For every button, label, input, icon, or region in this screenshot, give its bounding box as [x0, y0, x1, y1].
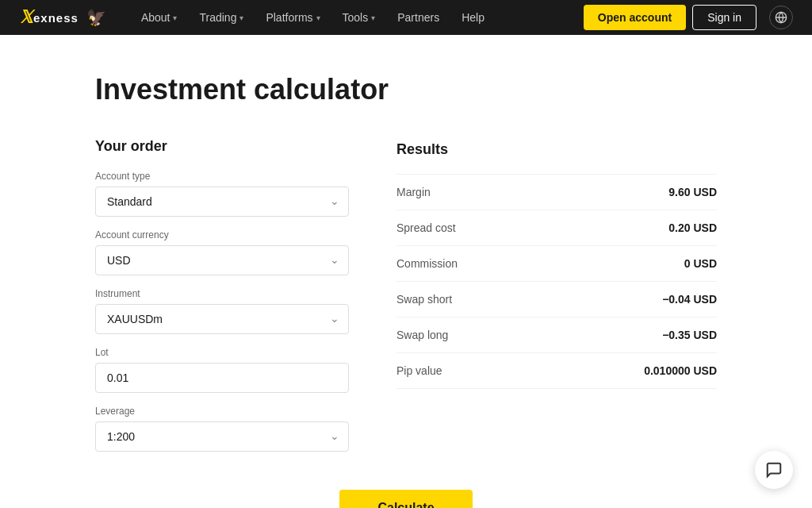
instrument-label: Instrument	[95, 288, 349, 299]
globe-icon[interactable]	[769, 6, 793, 29]
result-value: 0.20 USD	[668, 221, 717, 234]
leverage-wrapper: 1:200	[95, 421, 349, 452]
result-value: 0 USD	[684, 257, 717, 270]
account-type-wrapper: Standard	[95, 187, 349, 217]
chevron-down-icon: ▾	[173, 13, 177, 22]
nav-about[interactable]: About ▾	[132, 6, 187, 29]
result-row: Spread cost 0.20 USD	[396, 210, 717, 246]
result-label: Spread cost	[396, 221, 456, 234]
leverage-field: Leverage 1:200	[95, 406, 349, 452]
chevron-down-icon: ▾	[316, 13, 320, 22]
leverage-select[interactable]: 1:200	[95, 421, 349, 452]
result-value: −0.35 USD	[662, 329, 717, 341]
nav-tools[interactable]: Tools ▾	[333, 6, 385, 29]
instrument-field: Instrument XAUUSDm	[95, 288, 349, 334]
nav-links: About ▾ Trading ▾ Platforms ▾ Tools ▾ Pa…	[132, 6, 584, 29]
account-currency-label: Account currency	[95, 229, 349, 241]
lot-field: Lot	[95, 347, 349, 393]
lot-input[interactable]	[95, 363, 349, 393]
nav-actions: Open account Sign in	[584, 5, 793, 30]
lot-label: Lot	[95, 347, 349, 358]
instrument-select[interactable]: XAUUSDm	[95, 304, 349, 334]
chevron-down-icon: ▾	[239, 13, 243, 22]
result-label: Commission	[396, 257, 458, 270]
logo-icon: 𝕏 exness	[19, 7, 79, 28]
logo-text: exness	[33, 11, 79, 25]
result-value: −0.04 USD	[662, 293, 717, 306]
results-heading: Results	[396, 141, 717, 158]
result-value: 0.010000 USD	[644, 364, 717, 377]
result-label: Swap long	[396, 329, 448, 341]
account-type-select[interactable]: Standard	[95, 187, 349, 217]
account-currency-wrapper: USD	[95, 245, 349, 275]
calculator-layout: Your order Account type Standard Account…	[95, 138, 717, 464]
leverage-label: Leverage	[95, 406, 349, 417]
nav-platforms[interactable]: Platforms ▾	[256, 6, 329, 29]
calculate-section: Calculate	[95, 474, 717, 508]
logo[interactable]: 𝕏 exness 🦅	[19, 7, 106, 28]
account-currency-select[interactable]: USD	[95, 245, 349, 275]
navigation: 𝕏 exness 🦅 About ▾ Trading ▾ Platforms ▾…	[0, 0, 812, 35]
result-row: Swap short −0.04 USD	[396, 282, 717, 318]
nav-help[interactable]: Help	[452, 6, 494, 29]
account-type-field: Account type Standard	[95, 171, 349, 217]
result-label: Margin	[396, 186, 431, 198]
result-row: Swap long −0.35 USD	[396, 318, 717, 353]
instrument-wrapper: XAUUSDm	[95, 304, 349, 334]
nav-partners[interactable]: Partners	[388, 6, 449, 29]
results-panel: Results Margin 9.60 USD Spread cost 0.20…	[396, 138, 717, 389]
result-row: Commission 0 USD	[396, 246, 717, 282]
result-label: Swap short	[396, 293, 452, 306]
order-heading: Your order	[95, 138, 349, 155]
page-title: Investment calculator	[95, 73, 717, 106]
results-rows: Margin 9.60 USD Spread cost 0.20 USD Com…	[396, 174, 717, 389]
account-type-label: Account type	[95, 171, 349, 182]
result-row: Pip value 0.010000 USD	[396, 353, 717, 389]
sign-in-button[interactable]: Sign in	[692, 5, 756, 30]
nav-trading[interactable]: Trading ▾	[190, 6, 253, 29]
account-currency-field: Account currency USD	[95, 229, 349, 275]
open-account-button[interactable]: Open account	[584, 5, 686, 30]
logo-bird-icon: 🦅	[86, 8, 106, 27]
result-value: 9.60 USD	[668, 186, 717, 198]
main-content: Investment calculator Your order Account…	[0, 35, 812, 508]
order-panel: Your order Account type Standard Account…	[95, 138, 349, 464]
chevron-down-icon: ▾	[371, 13, 375, 22]
calculate-button[interactable]: Calculate	[339, 490, 472, 508]
result-row: Margin 9.60 USD	[396, 174, 717, 210]
result-label: Pip value	[396, 364, 442, 377]
chat-button[interactable]	[755, 451, 793, 489]
